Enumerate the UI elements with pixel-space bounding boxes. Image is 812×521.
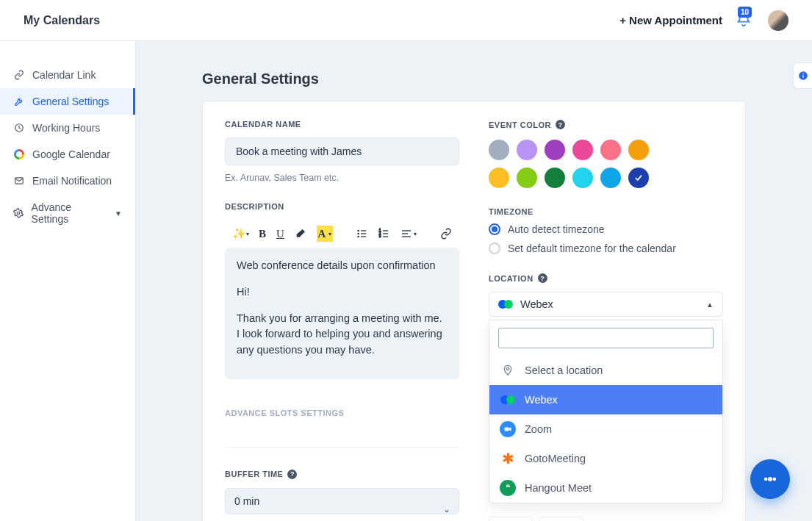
svg-point-18 — [506, 367, 509, 370]
info-icon — [798, 71, 808, 81]
location-dropdown: Select a location Webex Zoom ✱ GotoMeeti… — [489, 320, 723, 503]
wrench-icon — [13, 96, 25, 107]
sidebar: Calendar Link General Settings Working H… — [0, 41, 136, 521]
help-icon[interactable]: ? — [538, 273, 547, 283]
editor-toolbar: ✨▾ B U A▾ 123 ▾ — [225, 220, 459, 248]
underline-button[interactable]: U — [276, 226, 284, 242]
color-swatch[interactable] — [572, 140, 593, 160]
chat-fab[interactable] — [750, 459, 790, 499]
ordered-list-button[interactable]: 123 — [378, 226, 390, 242]
sidebar-item-email-notification[interactable]: Email Notification — [0, 168, 135, 194]
svg-rect-19 — [505, 428, 509, 431]
advance-slots-heading: Advance Slots Settings — [225, 409, 459, 417]
svg-rect-21 — [802, 75, 803, 78]
page-brand: My Calendars — [24, 14, 100, 27]
mail-icon — [13, 175, 25, 187]
timezone-label: Timezone — [489, 207, 723, 216]
color-swatch[interactable] — [545, 140, 565, 160]
location-option-hangout[interactable]: ❝ Hangout Meet — [489, 473, 722, 503]
rolling-days-input[interactable]: 99 — [489, 517, 533, 521]
sidebar-item-google-calendar[interactable]: Google Calendar — [0, 141, 135, 168]
bold-button[interactable]: B — [259, 226, 266, 242]
sidebar-item-calendar-link[interactable]: Calendar Link — [0, 62, 135, 88]
svg-point-25 — [773, 478, 777, 481]
right-column: Event Color? Timezone Auto detect timezo… — [489, 120, 723, 521]
webex-icon — [500, 392, 516, 408]
location-option-label: Zoom — [525, 423, 552, 435]
description-line: Hi! — [237, 284, 448, 301]
description-line: Thank you for arranging a meeting with m… — [237, 311, 448, 359]
color-swatch[interactable] — [628, 140, 649, 160]
text-color-button[interactable]: A▾ — [317, 226, 333, 242]
clock-icon — [13, 122, 25, 134]
magic-icon[interactable]: ✨▾ — [232, 226, 248, 242]
gear-icon — [13, 207, 24, 219]
buffer-time-label: Buffer Time? — [225, 470, 459, 479]
svg-point-3 — [358, 230, 359, 231]
location-search-input[interactable] — [498, 328, 714, 348]
location-option-label: Webex — [525, 394, 558, 406]
sidebar-item-advance-settings[interactable]: Advance Settings ▼ — [0, 194, 135, 232]
location-selected-value: Webex — [520, 298, 553, 310]
svg-point-2 — [18, 212, 21, 215]
location-option-zoom[interactable]: Zoom — [489, 414, 722, 444]
location-option-gotomeeting[interactable]: ✱ GotoMeeting — [489, 444, 722, 473]
link-icon — [13, 69, 25, 81]
color-swatch[interactable] — [489, 140, 509, 160]
color-swatch[interactable] — [572, 168, 593, 188]
color-swatch[interactable] — [628, 168, 649, 188]
left-column: Calendar Name Book a meeting with James … — [225, 120, 459, 521]
notifications-button[interactable]: 10 — [736, 11, 755, 30]
sidebar-item-label: Email Notification — [32, 175, 112, 187]
radio-icon — [489, 223, 500, 235]
sidebar-item-label: Working Hours — [32, 122, 100, 134]
settings-card: Calendar Name Book a meeting with James … — [202, 101, 746, 521]
location-option-webex[interactable]: Webex — [489, 385, 722, 414]
link-button[interactable] — [440, 226, 452, 242]
description-textarea[interactable]: Web conference details upon confirmation… — [225, 248, 459, 379]
timezone-auto-radio[interactable]: Auto detect timezone — [489, 223, 723, 235]
topbar-right: + New Appointment 10 — [619, 10, 788, 31]
location-option-label: GotoMeeting — [525, 453, 586, 464]
calendar-name-input[interactable]: Book a meeting with James — [225, 137, 459, 165]
sidebar-item-label: Advance Settings — [32, 201, 104, 225]
hangout-icon: ❝ — [500, 480, 516, 496]
user-avatar[interactable] — [768, 10, 788, 31]
sidebar-item-general-settings[interactable]: General Settings — [0, 88, 135, 115]
buffer-time-select[interactable]: 0 min — [225, 488, 459, 514]
radio-icon — [489, 242, 500, 254]
main: General Settings Calendar Name Book a me… — [136, 41, 812, 521]
svg-point-4 — [358, 233, 359, 234]
bullet-list-button[interactable] — [356, 226, 368, 242]
svg-text:3: 3 — [379, 234, 381, 238]
sidebar-item-label: Calendar Link — [32, 69, 96, 81]
color-swatch[interactable] — [517, 140, 537, 160]
align-button[interactable]: ▾ — [400, 226, 417, 242]
calendar-name-label: Calendar Name — [225, 120, 459, 129]
help-icon[interactable]: ? — [556, 120, 565, 129]
calendar-name-hint: Ex. Arunav, Sales Team etc. — [225, 173, 459, 183]
color-swatch[interactable] — [600, 168, 621, 188]
help-icon[interactable]: ? — [287, 470, 297, 479]
color-swatch[interactable] — [545, 168, 565, 188]
rolling-days-unit: Days — [539, 517, 584, 521]
rolling-days-control: 99 Days — [489, 517, 723, 521]
svg-point-23 — [764, 478, 768, 481]
topbar: My Calendars + New Appointment 10 — [0, 0, 812, 41]
timezone-default-radio[interactable]: Set default timezone for the calendar — [489, 242, 723, 254]
description-label: Description — [225, 202, 459, 211]
zoom-icon — [500, 421, 516, 437]
new-appointment-button[interactable]: + New Appointment — [619, 14, 722, 26]
page-title: General Settings — [202, 71, 746, 87]
eraser-button[interactable] — [295, 226, 306, 242]
location-option-label: Select a location — [525, 364, 603, 376]
location-option-select[interactable]: Select a location — [489, 356, 722, 385]
location-select[interactable]: Webex ▲ — [489, 292, 723, 317]
info-side-tab[interactable] — [793, 62, 812, 89]
color-swatch[interactable] — [600, 140, 621, 160]
sidebar-item-label: General Settings — [32, 96, 109, 107]
sidebar-item-working-hours[interactable]: Working Hours — [0, 115, 135, 141]
webex-icon — [498, 299, 513, 309]
color-swatch[interactable] — [489, 168, 509, 188]
color-swatch[interactable] — [517, 168, 537, 188]
